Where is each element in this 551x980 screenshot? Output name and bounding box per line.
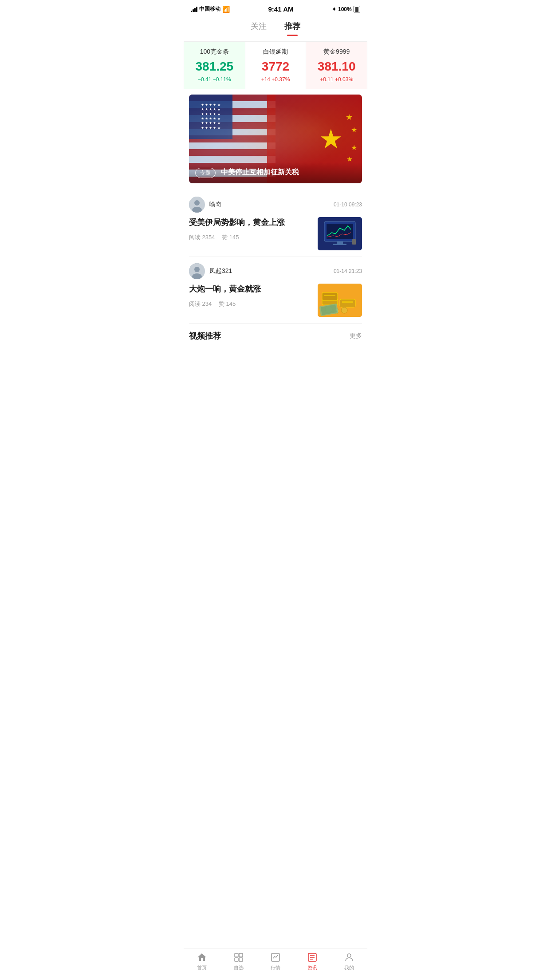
status-right: ✦ 100% ▓ bbox=[332, 6, 360, 12]
svg-point-21 bbox=[341, 307, 347, 313]
wifi-icon: 📶 bbox=[222, 6, 230, 13]
article-header-2: 凤起321 01-14 21:23 bbox=[189, 263, 362, 279]
card-name-gold-bar: 100克金条 bbox=[189, 48, 240, 56]
card-price-gold9999: 381.10 bbox=[311, 59, 362, 74]
status-bar: 中国移动 📶 9:41 AM ✦ 100% ▓ bbox=[184, 0, 367, 16]
svg-rect-7 bbox=[333, 244, 346, 245]
battery-percent: 100% bbox=[338, 6, 352, 12]
article-date-1: 01-10 09:23 bbox=[334, 202, 362, 208]
article-body-1: 受美伊局势影响，黄金上涨 阅读 2354 赞 145 bbox=[189, 217, 362, 250]
banner-tag: 专题 bbox=[195, 168, 216, 178]
card-price-silver: 3772 bbox=[251, 59, 301, 74]
battery-icon: ▓ bbox=[354, 6, 360, 12]
avatar-image-2 bbox=[189, 263, 205, 279]
article-body-2: 大炮一响，黄金就涨 阅读 234 赞 145 bbox=[189, 284, 362, 317]
svg-rect-5 bbox=[327, 224, 353, 239]
article-item-1[interactable]: 喻奇 01-10 09:23 受美伊局势影响，黄金上涨 阅读 2354 赞 14… bbox=[189, 190, 362, 257]
avatar-image-1 bbox=[189, 197, 205, 213]
tab-recommend[interactable]: 推荐 bbox=[284, 21, 300, 36]
card-change-gold9999: +0.11 +0.03% bbox=[311, 76, 362, 83]
banner-content: 专题 中美停止互相加征新关税 bbox=[189, 162, 362, 183]
svg-rect-15 bbox=[322, 292, 338, 300]
article-stats-2: 阅读 234 赞 145 bbox=[189, 300, 312, 308]
article-thumb-1 bbox=[318, 217, 362, 250]
card-price-gold-bar: 381.25 bbox=[189, 59, 240, 74]
article-thumb-2 bbox=[318, 284, 362, 317]
price-card-gold-bar[interactable]: 100克金条 381.25 −0.41 −0.11% bbox=[184, 42, 245, 89]
article-reads-2: 阅读 234 bbox=[189, 300, 212, 307]
video-section-header: 视频推荐 更多 bbox=[184, 324, 367, 347]
svg-rect-6 bbox=[337, 241, 343, 244]
article-text-1: 受美伊局势影响，黄金上涨 阅读 2354 赞 145 bbox=[189, 217, 312, 241]
svg-rect-18 bbox=[342, 301, 353, 303]
author-avatar-2 bbox=[189, 263, 205, 279]
banner[interactable]: ★ ★ ★ ★ ★★ ★ ★ ★ ★★ ★ ★ ★ ★★ ★ ★ ★ ★★ ★ … bbox=[189, 95, 362, 183]
article-reads-1: 阅读 2354 bbox=[189, 234, 215, 241]
tab-follow[interactable]: 关注 bbox=[251, 21, 267, 36]
card-change-silver: +14 +0.37% bbox=[251, 76, 301, 83]
signal-bars-icon bbox=[191, 7, 197, 12]
author-name-1: 喻奇 bbox=[209, 201, 222, 209]
price-card-silver[interactable]: 白银延期 3772 +14 +0.37% bbox=[245, 42, 307, 89]
status-time: 9:41 AM bbox=[268, 5, 294, 13]
thumb-gold-icon bbox=[318, 284, 362, 317]
banner-title: 中美停止互相加征新关税 bbox=[221, 168, 299, 176]
bluetooth-icon: ✦ bbox=[332, 6, 336, 12]
svg-rect-17 bbox=[340, 299, 355, 307]
card-name-silver: 白银延期 bbox=[251, 48, 301, 56]
article-text-2: 大炮一响，黄金就涨 阅读 234 赞 145 bbox=[189, 284, 312, 308]
article-list: 喻奇 01-10 09:23 受美伊局势影响，黄金上涨 阅读 2354 赞 14… bbox=[184, 190, 367, 324]
status-left: 中国移动 📶 bbox=[191, 5, 230, 13]
section-title: 视频推荐 bbox=[189, 331, 221, 341]
article-likes-2: 赞 145 bbox=[219, 300, 236, 307]
card-change-gold-bar: −0.41 −0.11% bbox=[189, 76, 240, 83]
author-info-2: 凤起321 bbox=[189, 263, 232, 279]
carrier-label: 中国移动 bbox=[199, 5, 220, 13]
tab-header: 关注 推荐 bbox=[184, 16, 367, 36]
article-header-1: 喻奇 01-10 09:23 bbox=[189, 197, 362, 213]
svg-rect-16 bbox=[324, 295, 335, 296]
article-likes-1: 赞 145 bbox=[222, 234, 239, 241]
section-more[interactable]: 更多 bbox=[350, 332, 362, 340]
svg-point-10 bbox=[194, 267, 200, 272]
price-cards-container: 100克金条 381.25 −0.41 −0.11% 白银延期 3772 +14… bbox=[184, 41, 367, 89]
svg-rect-8 bbox=[352, 239, 356, 245]
thumb-chart-icon bbox=[318, 217, 362, 250]
author-name-2: 凤起321 bbox=[209, 267, 232, 275]
price-card-gold9999[interactable]: 黄金9999 381.10 +0.11 +0.03% bbox=[306, 42, 367, 89]
article-title-1: 受美伊局势影响，黄金上涨 bbox=[189, 217, 312, 228]
svg-point-1 bbox=[194, 200, 200, 205]
author-avatar-1 bbox=[189, 197, 205, 213]
article-title-2: 大炮一响，黄金就涨 bbox=[189, 284, 312, 295]
author-info-1: 喻奇 bbox=[189, 197, 222, 213]
card-name-gold9999: 黄金9999 bbox=[311, 48, 362, 56]
article-date-2: 01-14 21:23 bbox=[334, 268, 362, 274]
article-stats-1: 阅读 2354 赞 145 bbox=[189, 233, 312, 241]
article-item-2[interactable]: 凤起321 01-14 21:23 大炮一响，黄金就涨 阅读 234 赞 145 bbox=[189, 257, 362, 324]
